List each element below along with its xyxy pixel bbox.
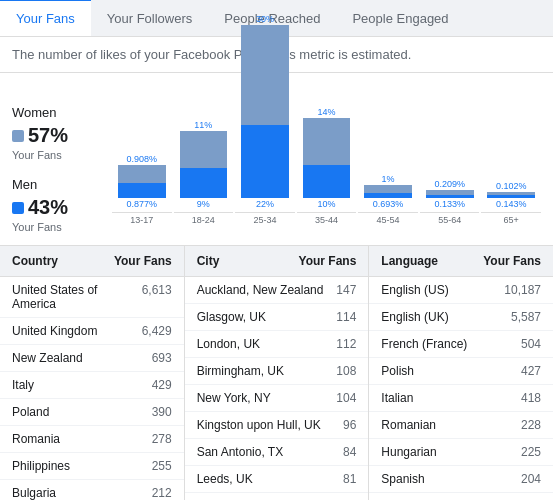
women-bar-label: 1% (382, 174, 395, 184)
table-row: Romanian228 (369, 412, 553, 439)
men-bar (118, 183, 166, 198)
women-bar-label: 0.209% (434, 179, 465, 189)
row-name: San Antonio, TX (197, 445, 343, 459)
men-percent: 43% (28, 196, 68, 219)
women-bar-label: 30% (256, 14, 274, 24)
row-value: 104 (336, 391, 356, 405)
table-row: English (US)10,187 (369, 277, 553, 304)
women-label: Women (12, 105, 92, 120)
row-name: Poland (12, 405, 152, 419)
women-color-swatch (12, 130, 24, 142)
age-bar-chart: 0.908% 0.877% 13-17 11% 9% 18-24 30% 22%… (112, 85, 541, 233)
chart-section: Women 57% Your Fans Men 43% Your Fans 0.… (0, 73, 553, 246)
row-value: 108 (336, 364, 356, 378)
men-bar (180, 168, 228, 198)
men-bar (426, 195, 474, 198)
men-bar-label: 0.877% (127, 199, 158, 209)
age-range-label: 65+ (481, 212, 541, 225)
row-value: 693 (152, 351, 172, 365)
row-value: 278 (152, 432, 172, 446)
row-name: Glasgow, UK (197, 310, 337, 324)
row-name: Italian (381, 391, 521, 405)
row-value: 84 (343, 445, 356, 459)
men-color-swatch (12, 202, 24, 214)
men-label: Men (12, 177, 92, 192)
table-row: Hungarian225 (369, 439, 553, 466)
row-name: Romania (12, 432, 152, 446)
language-table-header: Language Your Fans (369, 246, 553, 277)
men-legend: Men 43% Your Fans (12, 177, 92, 233)
men-bar-label: 0.143% (496, 199, 527, 209)
row-value: 6,613 (142, 283, 172, 311)
table-row: Italian418 (369, 385, 553, 412)
row-value: 10,187 (504, 283, 541, 297)
table-row: Polish427 (369, 358, 553, 385)
table-row: United States of America6,613 (0, 277, 184, 318)
table-row: Italy429 (0, 372, 184, 399)
country-table-header: Country Your Fans (0, 246, 184, 277)
city-col1-label: City (197, 254, 220, 268)
table-row: London, UK112 (185, 331, 369, 358)
table-row: Philippines255 (0, 453, 184, 480)
tab-your-fans[interactable]: Your Fans (0, 0, 91, 36)
women-percent: 57% (28, 124, 68, 147)
row-value: 225 (521, 445, 541, 459)
table-row: New Zealand693 (0, 345, 184, 372)
tab-people-engaged[interactable]: People Engaged (336, 0, 464, 36)
row-name: Philippines (12, 459, 152, 473)
city-table: City Your Fans Auckland, New Zealand147G… (185, 246, 370, 500)
age-range-label: 45-54 (358, 212, 418, 225)
table-row: Poland390 (0, 399, 184, 426)
age-group-35-44: 14% 10% 35-44 (297, 107, 357, 225)
table-row: United Kingdom6,429 (0, 318, 184, 345)
row-value: 427 (521, 364, 541, 378)
row-name: Kingston upon Hull, UK (197, 418, 343, 432)
country-table: Country Your Fans United States of Ameri… (0, 246, 185, 500)
row-name: French (France) (381, 337, 521, 351)
age-group-18-24: 11% 9% 18-24 (174, 120, 234, 225)
row-value: 212 (152, 486, 172, 500)
row-value: 504 (521, 337, 541, 351)
row-name: United States of America (12, 283, 142, 311)
row-value: 429 (152, 378, 172, 392)
tab-your-followers[interactable]: Your Followers (91, 0, 209, 36)
women-bar-label: 0.908% (127, 154, 158, 164)
row-value: 114 (336, 310, 356, 324)
men-bar (241, 125, 289, 198)
table-row: Auckland, New Zealand147 (185, 277, 369, 304)
row-name: Italy (12, 378, 152, 392)
table-row: Spanish204 (369, 466, 553, 493)
women-bar (364, 185, 412, 193)
women-bar (118, 165, 166, 183)
table-row: San Antonio, TX84 (185, 439, 369, 466)
row-value: 204 (521, 472, 541, 486)
row-value: 112 (336, 337, 356, 351)
language-table: Language Your Fans English (US)10,187Eng… (369, 246, 553, 500)
table-row: New York, NY104 (185, 385, 369, 412)
row-value: 147 (336, 283, 356, 297)
row-value: 228 (521, 418, 541, 432)
row-name: Leeds, UK (197, 472, 343, 486)
men-bar-label: 0.693% (373, 199, 404, 209)
table-row: French (France)504 (369, 331, 553, 358)
gender-legend: Women 57% Your Fans Men 43% Your Fans (12, 85, 92, 233)
row-name: English (US) (381, 283, 504, 297)
language-col1-label: Language (381, 254, 438, 268)
men-bar-label: 10% (318, 199, 336, 209)
age-group-45-54: 1% 0.693% 45-54 (358, 174, 418, 225)
men-bar (364, 193, 412, 198)
men-bar (487, 195, 535, 198)
age-group-55-64: 0.209% 0.133% 55-64 (420, 179, 480, 225)
row-name: New York, NY (197, 391, 337, 405)
table-row: Kingston upon Hull, UK96 (185, 412, 369, 439)
age-group-13-17: 0.908% 0.877% 13-17 (112, 154, 172, 225)
country-col2-label: Your Fans (114, 254, 172, 268)
table-row: Birmingham, UK108 (185, 358, 369, 385)
row-name: Bulgaria (12, 486, 152, 500)
row-value: 418 (521, 391, 541, 405)
row-name: London, UK (197, 337, 337, 351)
men-sub: Your Fans (12, 221, 92, 233)
age-range-label: 25-34 (235, 212, 295, 225)
row-value: 390 (152, 405, 172, 419)
table-row: Romania278 (0, 426, 184, 453)
